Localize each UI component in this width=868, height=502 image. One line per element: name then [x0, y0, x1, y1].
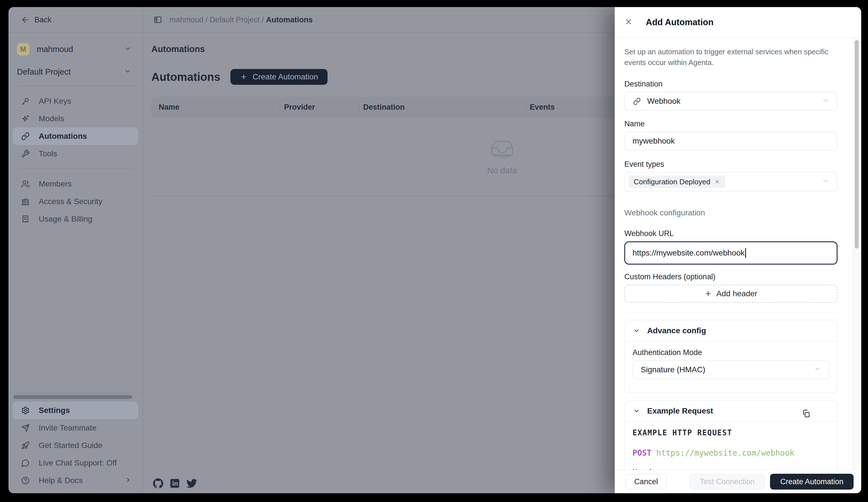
chevron-down-icon [814, 365, 821, 374]
test-connection-button[interactable]: Test Connection [690, 474, 765, 489]
sidebar: Back M mahmoud Default Project [9, 7, 143, 493]
sidebar-item-label: Settings [39, 406, 70, 415]
receipt-icon [21, 215, 30, 223]
destination-select[interactable]: Webhook [624, 92, 837, 111]
sidebar-item-members[interactable]: Members [13, 175, 138, 193]
sidebar-item-label: Live Chat Support: Off [39, 459, 117, 468]
event-types-select[interactable]: Configuration Deployed [624, 172, 837, 191]
create-automation-button[interactable]: Create Automation [230, 69, 328, 85]
section-title: Automations [151, 71, 220, 83]
auth-mode-value: Signature (HMAC) [641, 365, 705, 374]
create-automation-submit-button[interactable]: Create Automation [770, 474, 854, 490]
sidebar-item-label: Get Started Guide [39, 441, 103, 450]
cancel-button[interactable]: Cancel [626, 474, 666, 489]
webhook-url-label: Webhook URL [624, 229, 837, 238]
help-icon [21, 476, 30, 485]
divider [17, 169, 134, 169]
example-request-body: EXAMPLE HTTP REQUEST POST https://mywebs… [624, 422, 837, 470]
breadcrumb-current: Automations [266, 16, 312, 24]
sidebar-item-tools[interactable]: Tools [13, 145, 138, 162]
chevron-down-icon [822, 177, 829, 187]
divider [280, 102, 280, 113]
auth-mode-label: Authentication Mode [632, 348, 829, 357]
breadcrumb-path[interactable]: mahmoud / Default Project / [169, 16, 264, 24]
advance-config-body: Authentication Mode Signature (HMAC) [624, 341, 837, 393]
column-header-provider[interactable]: Provider [284, 103, 315, 112]
divider [359, 102, 359, 113]
sidebar-item-label: Automations [39, 132, 87, 141]
sidebar-item-help-docs[interactable]: Help & Docs [13, 472, 138, 489]
example-request-card: Example Request EXAMPLE HTTP REQUEST POS… [624, 400, 837, 470]
drawer-scrollbar[interactable] [853, 38, 860, 470]
copy-icon[interactable] [800, 408, 812, 420]
project-selector[interactable]: Default Project [17, 64, 136, 80]
http-url: https://mywebsite.com/webhook [656, 448, 794, 458]
custom-headers-label: Custom Headers (optional) [624, 272, 837, 281]
divider [9, 393, 143, 393]
column-header-events[interactable]: Events [530, 103, 555, 112]
screen: Back M mahmoud Default Project [0, 0, 868, 502]
gear-icon [21, 406, 30, 415]
add-automation-drawer: Add Automation Set up an automation to t… [615, 7, 861, 493]
sidebar-item-invite-teammate[interactable]: Invite Teammate [13, 419, 138, 437]
sidebar-item-live-chat[interactable]: Live Chat Support: Off [13, 454, 138, 472]
add-header-button[interactable]: Add header [624, 285, 837, 303]
twitter-icon[interactable] [186, 478, 197, 490]
github-icon[interactable] [153, 478, 163, 490]
sidebar-scrollbar[interactable] [13, 395, 132, 399]
drawer-footer: Cancel Test Connection Create Automation [615, 470, 861, 493]
chevron-down-icon [822, 97, 829, 106]
destination-value: Webhook [647, 97, 681, 106]
sidebar-item-api-keys[interactable]: API Keys [13, 92, 138, 110]
name-input[interactable]: mywebhook [624, 132, 837, 150]
add-header-label: Add header [716, 289, 757, 298]
link-icon [632, 97, 641, 106]
sidebar-item-usage-billing[interactable]: Usage & Billing [13, 210, 138, 228]
advance-config-title: Advance config [647, 326, 706, 335]
drawer-title: Add Automation [646, 17, 714, 28]
user-menu[interactable]: M mahmoud [17, 41, 136, 58]
sidebar-item-get-started[interactable]: Get Started Guide [13, 437, 138, 454]
name-label: Name [624, 120, 837, 128]
key-icon [21, 97, 30, 106]
breadcrumb[interactable]: mahmoud / Default Project / Automations [169, 16, 312, 24]
empty-state-text: No data [487, 165, 517, 175]
auth-mode-select[interactable]: Signature (HMAC) [632, 360, 829, 379]
sidebar-nav-bottom: Settings Invite Teammate Get Started Gui… [9, 393, 143, 493]
sidebar-item-settings[interactable]: Settings [13, 402, 138, 419]
back-label: Back [34, 16, 51, 24]
chevron-down-icon [633, 408, 640, 414]
chevron-right-icon [125, 476, 132, 484]
sidebar-item-access-security[interactable]: Access & Security [13, 193, 138, 210]
plus-icon [704, 290, 712, 297]
close-icon[interactable] [624, 18, 633, 27]
sidebar-account-section: M mahmoud Default Project [9, 33, 143, 86]
scrollbar-thumb[interactable] [855, 40, 859, 249]
send-icon [21, 424, 30, 432]
sidebar-item-label: Members [39, 180, 72, 189]
project-name: Default Project [17, 67, 124, 77]
arrow-left-icon [21, 16, 29, 24]
avatar: M [17, 43, 29, 56]
sidebar-toggle-icon[interactable] [154, 16, 162, 24]
advance-config-header[interactable]: Advance config [624, 320, 837, 341]
drawer-header: Add Automation [615, 7, 861, 38]
sidebar-nav-primary: API Keys Models Automations [9, 86, 143, 228]
sidebar-item-automations[interactable]: Automations [13, 128, 138, 145]
column-header-name[interactable]: Name [159, 103, 179, 112]
chevron-down-icon [124, 45, 131, 53]
sidebar-item-models[interactable]: Models [13, 110, 138, 128]
back-button[interactable]: Back [9, 7, 143, 33]
linkedin-icon[interactable] [170, 479, 179, 489]
building-icon [21, 197, 30, 206]
advance-config-card: Advance config Authentication Mode Signa… [624, 320, 837, 393]
clipped-code-line: Head [632, 468, 829, 470]
plus-icon [240, 73, 247, 81]
webhook-section-title: Webhook configuration [624, 208, 837, 217]
rocket-icon [21, 441, 30, 450]
sidebar-item-label: API Keys [39, 97, 71, 106]
user-name: mahmoud [37, 45, 124, 54]
webhook-url-input[interactable]: https://mywebsite.com/webhook [624, 241, 837, 264]
column-header-destination[interactable]: Destination [363, 103, 405, 112]
remove-tag-icon[interactable] [714, 179, 720, 184]
